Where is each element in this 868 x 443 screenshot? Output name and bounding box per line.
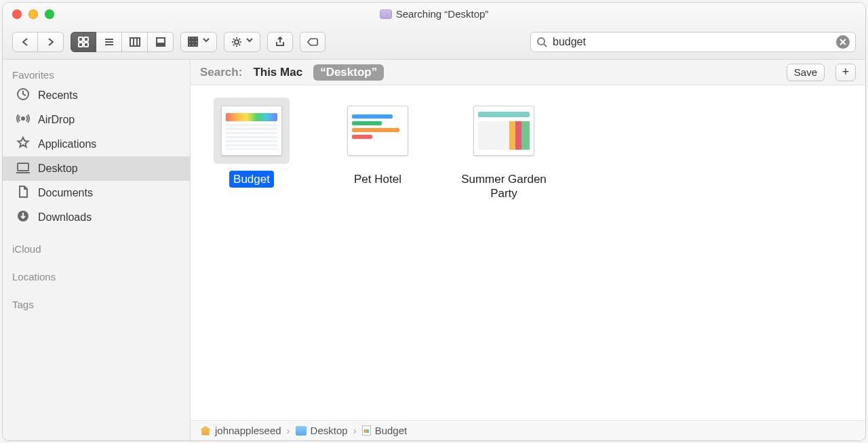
sidebar-item-downloads[interactable]: Downloads bbox=[3, 205, 190, 230]
svg-rect-15 bbox=[192, 37, 194, 39]
view-gallery-button[interactable] bbox=[148, 32, 174, 52]
sidebar-item-desktop[interactable]: Desktop bbox=[3, 156, 190, 181]
path-label: johnappleseed bbox=[215, 425, 281, 436]
sidebar-item-applications[interactable]: Applications bbox=[3, 132, 190, 156]
list-icon bbox=[104, 37, 115, 47]
window-title: Searching “Desktop” bbox=[3, 8, 865, 20]
search-folder-icon bbox=[380, 9, 392, 19]
svg-rect-19 bbox=[195, 41, 197, 43]
group-by-button[interactable] bbox=[180, 32, 217, 52]
chevron-right-icon bbox=[45, 37, 56, 47]
sidebar-item-label: Applications bbox=[38, 138, 96, 150]
svg-rect-10 bbox=[157, 38, 165, 43]
scope-label: Search: bbox=[200, 66, 242, 79]
action-menu-button[interactable] bbox=[224, 32, 260, 52]
search-icon bbox=[536, 37, 547, 47]
sidebar-header[interactable]: Locations bbox=[3, 267, 190, 285]
svg-rect-3 bbox=[84, 43, 88, 47]
tag-icon bbox=[307, 37, 318, 47]
sidebar-header[interactable]: Favorites bbox=[3, 65, 190, 83]
titlebar: Searching “Desktop” bbox=[3, 3, 865, 60]
svg-line-25 bbox=[544, 44, 547, 47]
svg-rect-1 bbox=[84, 37, 88, 41]
columns-icon bbox=[130, 37, 140, 47]
search-input[interactable] bbox=[553, 36, 831, 48]
svg-rect-16 bbox=[195, 37, 197, 39]
path-item[interactable]: johnappleseed bbox=[200, 425, 281, 436]
path-label: Budget bbox=[375, 425, 408, 436]
recents-icon bbox=[16, 87, 30, 104]
finder-window: Searching “Desktop” bbox=[2, 2, 866, 441]
folder-icon bbox=[296, 426, 307, 436]
file-thumbnail bbox=[473, 106, 534, 156]
svg-rect-2 bbox=[79, 43, 83, 47]
scope-desktop[interactable]: “Desktop” bbox=[313, 64, 384, 81]
view-icons-button[interactable] bbox=[71, 32, 96, 52]
svg-rect-12 bbox=[160, 45, 162, 46]
back-button[interactable] bbox=[12, 32, 38, 52]
file-name: Pet Hotel bbox=[350, 171, 406, 188]
chevron-down-icon bbox=[203, 37, 210, 47]
svg-point-23 bbox=[235, 40, 239, 44]
airdrop-icon bbox=[16, 112, 30, 128]
sidebar-item-documents[interactable]: Documents bbox=[3, 181, 190, 205]
sidebar-item-recents[interactable]: Recents bbox=[3, 83, 190, 108]
chevron-down-icon bbox=[246, 37, 253, 47]
file-name: Budget bbox=[229, 171, 274, 188]
add-search-criteria-button[interactable]: + bbox=[835, 64, 856, 81]
file-name: Summer Garden Party bbox=[456, 171, 551, 203]
search-field[interactable] bbox=[530, 32, 856, 52]
home-icon bbox=[200, 426, 211, 436]
file-item[interactable]: Summer Garden Party bbox=[456, 98, 551, 203]
file-item[interactable]: Pet Hotel bbox=[330, 98, 425, 188]
sidebar: FavoritesRecentsAirDropApplicationsDeskt… bbox=[3, 60, 191, 440]
view-columns-button[interactable] bbox=[122, 32, 148, 52]
applications-icon bbox=[16, 136, 30, 152]
doc-icon bbox=[362, 425, 371, 436]
sidebar-item-label: Documents bbox=[38, 187, 93, 199]
view-mode-segment bbox=[71, 32, 174, 52]
file-thumbnail bbox=[347, 106, 408, 156]
tags-button[interactable] bbox=[300, 32, 326, 52]
sidebar-item-label: Recents bbox=[38, 89, 78, 102]
desktop-icon bbox=[16, 161, 30, 177]
downloads-icon bbox=[16, 209, 30, 226]
nav-buttons bbox=[12, 32, 64, 52]
clear-search-button[interactable] bbox=[836, 35, 850, 49]
svg-rect-18 bbox=[192, 41, 194, 43]
documents-icon bbox=[16, 185, 30, 201]
path-separator: › bbox=[353, 425, 357, 436]
path-bar: johnappleseed›Desktop›Budget bbox=[191, 420, 865, 440]
path-label: Desktop bbox=[311, 425, 348, 436]
toolbar bbox=[12, 32, 856, 52]
svg-rect-13 bbox=[163, 45, 165, 46]
file-item[interactable]: Budget bbox=[204, 98, 299, 188]
svg-rect-14 bbox=[189, 37, 191, 39]
results-area[interactable]: BudgetPet HotelSummer Garden Party bbox=[191, 85, 865, 420]
sidebar-header[interactable]: iCloud bbox=[3, 239, 190, 257]
save-search-button[interactable]: Save bbox=[787, 64, 825, 81]
grid-small-icon bbox=[188, 37, 199, 47]
file-thumbnail bbox=[221, 106, 282, 156]
sidebar-item-label: Downloads bbox=[38, 211, 92, 224]
grid-icon bbox=[78, 37, 89, 47]
chevron-left-icon bbox=[20, 37, 31, 47]
forward-button[interactable] bbox=[38, 32, 64, 52]
path-item[interactable]: Budget bbox=[362, 425, 408, 436]
svg-rect-17 bbox=[189, 41, 191, 43]
window-title-text: Searching “Desktop” bbox=[396, 8, 489, 20]
share-button[interactable] bbox=[267, 32, 293, 52]
sidebar-item-label: Desktop bbox=[38, 163, 78, 175]
sidebar-header[interactable]: Tags bbox=[3, 295, 190, 313]
svg-point-29 bbox=[22, 117, 24, 120]
svg-rect-11 bbox=[157, 45, 159, 46]
svg-rect-22 bbox=[195, 44, 197, 46]
gallery-icon bbox=[155, 37, 166, 47]
main-pane: Search: This Mac “Desktop” Save + Budget… bbox=[191, 60, 865, 440]
path-item[interactable]: Desktop bbox=[296, 425, 348, 436]
svg-rect-21 bbox=[192, 44, 194, 46]
view-list-button[interactable] bbox=[96, 32, 122, 52]
scope-this-mac[interactable]: This Mac bbox=[253, 66, 302, 79]
svg-rect-7 bbox=[130, 38, 140, 46]
sidebar-item-airdrop[interactable]: AirDrop bbox=[3, 108, 190, 132]
